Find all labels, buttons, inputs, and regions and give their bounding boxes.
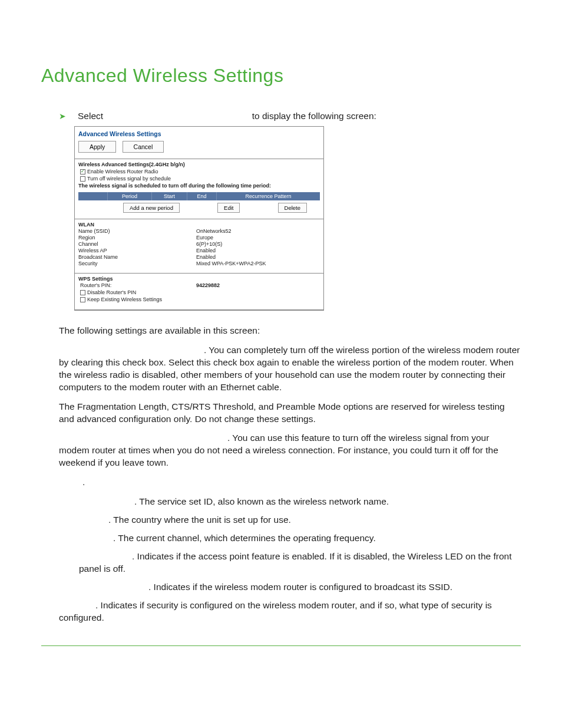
bullet-region: . The country where the unit is set up f… bbox=[79, 514, 521, 526]
para3-text: . You can use this feature to turn off t… bbox=[59, 433, 498, 467]
region-label: Region bbox=[78, 235, 196, 241]
bullet-channel: . The current channel, which determines … bbox=[79, 532, 521, 545]
th-period: Period bbox=[108, 192, 152, 200]
instruction-prefix: Select bbox=[78, 111, 103, 121]
channel-label: Channel bbox=[78, 241, 196, 247]
para-turnoff: . You can use this feature to turn off t… bbox=[59, 432, 521, 469]
schedule-note: The wireless signal is scheduled to turn… bbox=[78, 183, 320, 189]
enable-radio-label: Enable Wireless Router Radio bbox=[87, 169, 158, 174]
th-recurrence: Recurrence Pattern bbox=[217, 192, 320, 200]
para1-text: . You can completely turn off the wirele… bbox=[59, 345, 520, 392]
turnoff-checkbox[interactable] bbox=[80, 176, 85, 182]
delete-button[interactable]: Delete bbox=[278, 203, 307, 213]
add-period-button[interactable]: Add a new period bbox=[123, 203, 180, 213]
ss-heading: Advanced Wireless Settings bbox=[75, 127, 323, 141]
adv-title: Wireless Advanced Settings(2.4GHz b/g/n) bbox=[78, 162, 320, 167]
instruction-text: Select to display the following screen: bbox=[78, 111, 521, 121]
region-value: Europe bbox=[196, 235, 320, 241]
wlan-title: WLAN bbox=[78, 222, 320, 228]
intro-text: The following settings are available in … bbox=[59, 325, 521, 337]
cancel-button[interactable]: Cancel bbox=[123, 141, 164, 153]
security-value: Mixed WPA-PSK+WPA2-PSK bbox=[196, 261, 320, 266]
disable-pin-checkbox[interactable] bbox=[80, 290, 85, 295]
keep-existing-label: Keep Existing Wireless Settings bbox=[87, 297, 162, 302]
wps-title: WPS Settings bbox=[78, 276, 320, 282]
pin-value: 94229882 bbox=[196, 282, 320, 288]
bcast-value: Enabled bbox=[196, 254, 320, 260]
screenshot-figure: Advanced Wireless Settings Apply Cancel … bbox=[74, 126, 324, 311]
divider bbox=[75, 309, 323, 310]
apply-button[interactable]: Apply bbox=[78, 141, 116, 153]
turnoff-label: Turn off wireless signal by schedule bbox=[87, 176, 171, 182]
instruction-suffix: to display the following screen: bbox=[252, 111, 376, 121]
keep-existing-checkbox[interactable] bbox=[80, 297, 85, 302]
th-start: Start bbox=[152, 192, 187, 200]
th-end: End bbox=[187, 192, 217, 200]
enable-radio-checkbox[interactable]: ✓ bbox=[80, 169, 85, 174]
bullet-ap: . Indicates if the access point feature … bbox=[79, 551, 521, 575]
bcast-label: Broadcast Name bbox=[78, 254, 196, 260]
footer-rule bbox=[41, 645, 521, 646]
bullet-ssid: . The service set ID, also known as the … bbox=[79, 496, 521, 508]
para-enable-radio: . You can completely turn off the wirele… bbox=[59, 344, 521, 394]
channel-value: 6(P)+10(S) bbox=[196, 241, 320, 247]
edit-button[interactable]: Edit bbox=[217, 203, 240, 213]
ssid-label: Name (SSID) bbox=[78, 228, 196, 234]
ap-value: Enabled bbox=[196, 248, 320, 253]
arrow-bullet-icon: ➤ bbox=[59, 111, 66, 121]
ap-label: Wireless AP bbox=[78, 248, 196, 253]
security-label: Security bbox=[78, 261, 196, 266]
pin-label: Router's PIN: bbox=[78, 282, 196, 288]
ssid-value: OnNetworks52 bbox=[196, 228, 320, 234]
bullet-sec: . Indicates if security is configured on… bbox=[59, 599, 521, 624]
disable-pin-label: Disable Router's PIN bbox=[87, 289, 136, 295]
bullet-bcast: . Indicates if the wireless modem router… bbox=[79, 581, 521, 594]
para-reserved: The Fragmentation Length, CTS/RTS Thresh… bbox=[59, 401, 521, 426]
page-title: Advanced Wireless Settings bbox=[41, 65, 521, 87]
schedule-table-header: Period Start End Recurrence Pattern bbox=[78, 192, 320, 200]
wlan-settings-label: . bbox=[59, 476, 521, 489]
th-blank bbox=[78, 192, 108, 200]
